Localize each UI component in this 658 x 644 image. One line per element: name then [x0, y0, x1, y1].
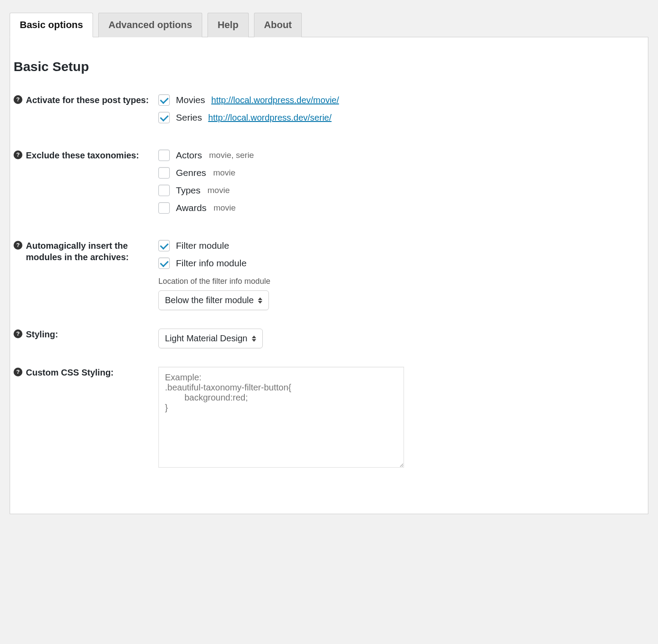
checkbox-filter-module[interactable] [158, 240, 170, 251]
select-value: Below the filter module [165, 295, 254, 305]
taxonomy-post-types: movie, serie [209, 150, 254, 160]
checkbox-label: Movies [176, 95, 205, 105]
checkbox-label: Awards [176, 203, 207, 213]
checkbox-label: Actors [176, 150, 202, 161]
checkbox-label: Series [176, 112, 202, 123]
tab-basic-options[interactable]: Basic options [10, 13, 93, 37]
tab-help[interactable]: Help [207, 13, 249, 37]
checkbox-tax-types[interactable] [158, 185, 170, 196]
select-value: Light Material Design [165, 333, 247, 343]
checkbox-label: Types [176, 185, 200, 196]
select-styling[interactable]: Light Material Design [158, 329, 263, 348]
label-auto-insert: Automagically insert the modules in the … [26, 240, 150, 263]
taxonomy-post-types: movie [213, 168, 236, 178]
label-post-types: Activate for these post types: [26, 94, 149, 106]
chevron-updown-icon [252, 336, 256, 342]
checkbox-label: Genres [176, 168, 206, 178]
chevron-updown-icon [258, 297, 262, 304]
checkbox-tax-actors[interactable] [158, 150, 170, 161]
label-styling: Styling: [26, 329, 58, 340]
checkbox-post-type-movies[interactable] [158, 94, 170, 106]
help-icon[interactable]: ? [14, 368, 22, 376]
help-icon[interactable]: ? [14, 95, 22, 104]
custom-css-textarea[interactable] [158, 367, 404, 468]
post-type-archive-link[interactable]: http://local.wordpress.dev/serie/ [208, 113, 332, 123]
taxonomy-post-types: movie [207, 186, 230, 195]
tab-advanced-options[interactable]: Advanced options [98, 13, 202, 37]
tabs-bar: Basic options Advanced options Help Abou… [10, 12, 648, 37]
checkbox-tax-awards[interactable] [158, 202, 170, 214]
label-filter-info-location: Location of the filter info module [158, 277, 644, 286]
label-custom-css: Custom CSS Styling: [26, 367, 114, 378]
checkbox-filter-info-module[interactable] [158, 258, 170, 269]
checkbox-label: Filter module [176, 240, 229, 251]
checkbox-post-type-series[interactable] [158, 112, 170, 123]
checkbox-label: Filter info module [176, 258, 247, 268]
taxonomy-post-types: movie [214, 203, 236, 213]
label-exclude-taxonomies: Exclude these taxonomies: [26, 150, 139, 161]
help-icon[interactable]: ? [14, 241, 22, 250]
select-filter-info-location[interactable]: Below the filter module [158, 290, 269, 310]
help-icon[interactable]: ? [14, 329, 22, 338]
tab-panel-basic: Basic Setup ? Activate for these post ty… [10, 37, 648, 514]
section-title: Basic Setup [14, 59, 644, 74]
post-type-archive-link[interactable]: http://local.wordpress.dev/movie/ [211, 95, 339, 105]
tab-about[interactable]: About [254, 13, 302, 37]
help-icon[interactable]: ? [14, 150, 22, 159]
checkbox-tax-genres[interactable] [158, 167, 170, 179]
